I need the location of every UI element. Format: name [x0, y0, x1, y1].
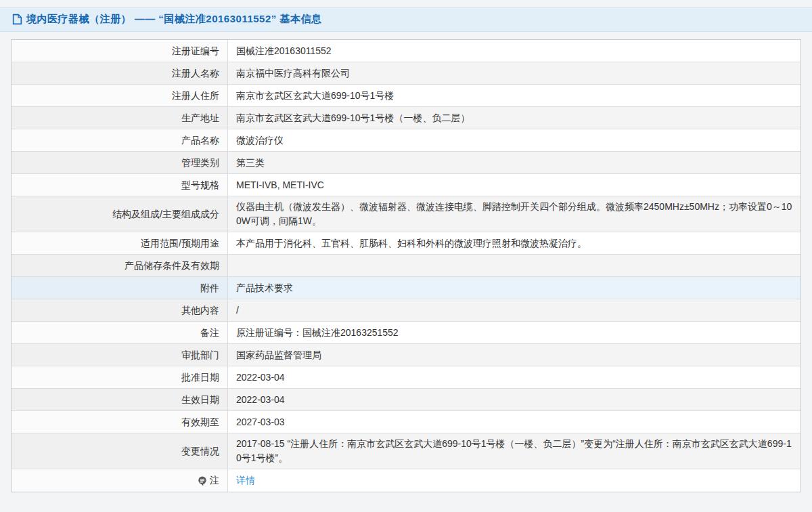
- table-row: 备注 原注册证编号：国械注准20163251552: [12, 322, 800, 344]
- row-value: 南京市玄武区玄武大道699-10号1号楼: [228, 85, 800, 106]
- table-row: 型号规格 METI-IVB, METI-IVC: [12, 174, 800, 196]
- row-label: 注册人名称: [12, 62, 228, 84]
- row-label: 附件: [12, 277, 228, 299]
- row-value: 南京福中医疗高科有限公司: [228, 62, 800, 84]
- row-value: 2022-03-04: [228, 389, 800, 410]
- row-value: 产品技术要求: [228, 277, 800, 299]
- row-label: 注册人住所: [12, 85, 228, 106]
- page-title: 境内医疗器械（注册） —— “国械注准20163011552” 基本信息: [26, 13, 321, 26]
- note-label: 注: [210, 473, 219, 488]
- table-row: 有效期至 2027-03-03: [12, 411, 800, 433]
- table-row: 生效日期 2022-03-04: [12, 389, 800, 411]
- row-label: 注册证编号: [12, 40, 228, 62]
- row-label: 有效期至: [12, 411, 228, 433]
- table-row: 变更情况 2017-08-15 “注册人住所：南京市玄武区玄武大道699-10号…: [12, 433, 800, 469]
- row-value: 仪器由主机（微波发生器）、微波辐射器、微波连接电缆、脚踏控制开关四个部分组成。微…: [228, 196, 800, 232]
- row-value: 南京市玄武区玄武大道699-10号1号楼（一楼、负二层）: [228, 107, 800, 129]
- row-value: 微波治疗仪: [228, 129, 800, 151]
- registration-info-table: 注册证编号 国械注准20163011552 注册人名称 南京福中医疗高科有限公司…: [11, 39, 801, 492]
- row-value: 2022-03-04: [228, 366, 800, 388]
- table-row: 生产地址 南京市玄武区玄武大道699-10号1号楼（一楼、负二层）: [12, 107, 800, 129]
- row-label: 产品储存条件及有效期: [12, 255, 228, 276]
- table-row: 适用范围/预期用途 本产品用于消化科、五官科、肛肠科、妇科和外科的微波理疗照射和…: [12, 232, 800, 255]
- row-value: 2017-08-15 “注册人住所：南京市玄武区玄武大道699-10号1号楼（一…: [228, 433, 800, 469]
- table-row: 产品储存条件及有效期: [12, 255, 800, 277]
- table-row-note: 注 详情: [12, 469, 800, 492]
- table-row: 结构及组成/主要组成成分 仪器由主机（微波发生器）、微波辐射器、微波连接电缆、脚…: [12, 196, 800, 232]
- row-value: 原注册证编号：国械注准20163251552: [228, 322, 800, 343]
- table-row: 批准日期 2022-03-04: [12, 366, 800, 389]
- row-label: 变更情况: [12, 433, 228, 469]
- row-value: 第三类: [228, 152, 800, 173]
- row-value: 本产品用于消化科、五官科、肛肠科、妇科和外科的微波理疗照射和微波热凝治疗。: [228, 232, 800, 254]
- row-value: [228, 255, 800, 276]
- table-row: 注册人名称 南京福中医疗高科有限公司: [12, 62, 800, 85]
- row-label: 结构及组成/主要组成成分: [12, 196, 228, 232]
- row-value: METI-IVB, METI-IVC: [228, 174, 800, 196]
- table-row: 管理类别 第三类: [12, 152, 800, 174]
- table-row: 审批部门 国家药品监督管理局: [12, 344, 800, 366]
- row-label: 备注: [12, 322, 228, 343]
- row-label: 审批部门: [12, 344, 228, 366]
- row-label: 其他内容: [12, 299, 228, 321]
- document-icon: [12, 14, 22, 25]
- table-row: 注册证编号 国械注准20163011552: [12, 40, 800, 62]
- row-value: 详情: [228, 469, 800, 492]
- page-header: 境内医疗器械（注册） —— “国械注准20163011552” 基本信息: [0, 7, 812, 32]
- row-label: 适用范围/预期用途: [12, 232, 228, 254]
- row-value: 国家药品监督管理局: [228, 344, 800, 366]
- table-row: 产品名称 微波治疗仪: [12, 129, 800, 152]
- row-label: 批准日期: [12, 366, 228, 388]
- table-row: 其他内容 /: [12, 299, 800, 322]
- table-row: 附件 产品技术要求: [12, 277, 800, 299]
- row-label: 管理类别: [12, 152, 228, 173]
- table-row: 注册人住所 南京市玄武区玄武大道699-10号1号楼: [12, 85, 800, 107]
- row-label: 产品名称: [12, 129, 228, 151]
- row-label: 型号规格: [12, 174, 228, 196]
- row-label: 生产地址: [12, 107, 228, 129]
- row-label: 生效日期: [12, 389, 228, 410]
- note-icon: [198, 476, 207, 486]
- row-value: 2027-03-03: [228, 411, 800, 433]
- row-label: 注: [12, 469, 228, 492]
- row-value: 国械注准20163011552: [228, 40, 800, 62]
- row-value: /: [228, 299, 800, 321]
- details-link[interactable]: 详情: [236, 473, 255, 488]
- page: 境内医疗器械（注册） —— “国械注准20163011552” 基本信息 注册证…: [0, 7, 812, 492]
